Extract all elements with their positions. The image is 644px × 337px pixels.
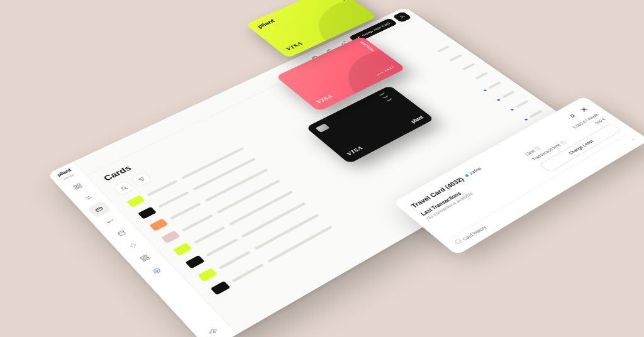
status-dot (524, 118, 528, 121)
placeholder-line (436, 45, 450, 52)
card-swatch (126, 195, 145, 207)
info-icon[interactable]: i (559, 140, 567, 145)
placeholder-line (515, 100, 529, 108)
nav-settings[interactable] (200, 322, 228, 337)
svg-point-10 (153, 268, 161, 274)
placeholder-line (462, 63, 475, 70)
svg-rect-3 (79, 185, 82, 188)
profile-button[interactable] (392, 11, 412, 23)
status-badge: Active (464, 167, 482, 178)
svg-rect-4 (95, 207, 103, 212)
card-swatch (211, 281, 231, 296)
placeholder-line (449, 54, 463, 62)
svg-point-16 (121, 186, 126, 190)
card-type-label: VIRTUAL (331, 0, 347, 1)
clock-icon (454, 238, 463, 245)
svg-rect-6 (140, 257, 144, 259)
svg-rect-5 (118, 231, 125, 236)
card-swatch (185, 255, 204, 269)
placeholder-line (475, 72, 489, 80)
card-brand: pliant (255, 0, 338, 30)
svg-rect-7 (143, 255, 147, 257)
card-last-digits: •••• 4437 (375, 65, 396, 77)
placeholder-line (529, 110, 543, 118)
visa-logo: VISA (314, 93, 335, 105)
svg-rect-9 (146, 257, 150, 260)
card-history-link[interactable]: Card history (462, 225, 488, 241)
svg-rect-1 (77, 184, 80, 186)
card-swatch (138, 207, 157, 219)
card-brand: pliant (409, 115, 425, 124)
svg-point-11 (155, 270, 158, 272)
tx-limit-value: 500 € (594, 117, 607, 124)
svg-rect-8 (142, 259, 146, 262)
status-dot (483, 89, 487, 92)
info-icon[interactable]: i (534, 146, 541, 151)
visa-logo: VISA (284, 40, 304, 52)
svg-rect-2 (75, 187, 78, 190)
filter-button[interactable] (130, 172, 153, 187)
chip-icon (316, 123, 330, 132)
status-dot (510, 108, 514, 111)
chevron-down-icon[interactable]: ⌄ (628, 136, 636, 141)
placeholder-line (501, 91, 515, 98)
svg-rect-0 (73, 185, 76, 188)
placeholder-line (488, 81, 502, 89)
card-swatch (197, 268, 218, 282)
visa-logo: VISA (345, 145, 365, 157)
card-swatch (149, 218, 168, 231)
search-button[interactable] (113, 180, 135, 196)
card-swatch (161, 231, 180, 244)
status-dot (496, 99, 500, 101)
svg-point-12 (213, 331, 216, 333)
card-swatch (173, 243, 192, 256)
